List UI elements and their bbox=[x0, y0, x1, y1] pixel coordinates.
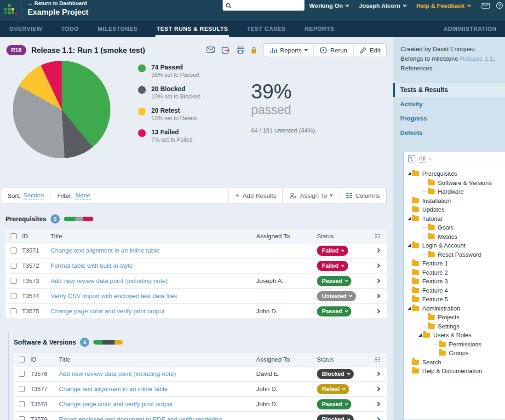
expanded-arrow-icon[interactable] bbox=[407, 307, 411, 310]
tab-milestones[interactable]: MILESTONES bbox=[97, 21, 138, 37]
tree-item-users-roles[interactable]: Users & Roles bbox=[406, 331, 505, 340]
reports-button[interactable]: Reports bbox=[264, 44, 313, 57]
expanded-arrow-icon[interactable] bbox=[407, 244, 411, 247]
tree-item-search[interactable]: Search bbox=[406, 357, 505, 367]
tree-item-reset-password[interactable]: Reset Password bbox=[406, 250, 505, 259]
working-on-dropdown[interactable]: Working On bbox=[309, 2, 349, 9]
user-menu-dropdown[interactable]: Joseph Alcorn bbox=[359, 2, 406, 9]
tree-item-software-versions[interactable]: Software & Versions bbox=[406, 178, 505, 187]
tree-item-feature-2[interactable]: Feature 2 bbox=[406, 268, 505, 277]
open-test-chevron[interactable] bbox=[375, 264, 380, 268]
select-all-checkbox[interactable] bbox=[11, 233, 17, 239]
tree-item-login-account[interactable]: Login & Account bbox=[406, 241, 505, 250]
open-test-chevron[interactable] bbox=[375, 387, 380, 391]
test-title-link[interactable]: Change page color and verify print outpu… bbox=[51, 308, 165, 315]
row-checkbox[interactable] bbox=[11, 308, 17, 314]
status-dropdown[interactable]: Passed bbox=[317, 306, 351, 316]
tab-test-cases[interactable]: TEST CASES bbox=[246, 21, 287, 37]
expanded-arrow-icon[interactable] bbox=[419, 334, 422, 337]
lock-icon[interactable] bbox=[251, 46, 257, 54]
open-test-chevron[interactable] bbox=[375, 279, 380, 283]
tree-item-feature-3[interactable]: Feature 3 bbox=[406, 277, 505, 286]
open-test-chevron[interactable] bbox=[375, 309, 380, 314]
rerun-button[interactable]: Rerun bbox=[313, 44, 353, 57]
expanded-arrow-icon[interactable] bbox=[407, 172, 411, 175]
export-icon[interactable] bbox=[222, 47, 230, 54]
expanded-arrow-icon[interactable] bbox=[407, 217, 411, 220]
test-title-link[interactable]: Format table with built-in style bbox=[51, 262, 133, 269]
testrail-logo-icon[interactable] bbox=[4, 4, 18, 17]
tree-item-feature-4[interactable]: Feature 4 bbox=[406, 286, 505, 295]
columns-config-icon[interactable] bbox=[368, 234, 387, 239]
search-box[interactable] bbox=[223, 0, 304, 11]
tab-reports[interactable]: REPORTS bbox=[304, 21, 335, 37]
tab-todo[interactable]: TODO bbox=[60, 21, 80, 37]
tree-item-administration[interactable]: Administration bbox=[406, 304, 505, 313]
edit-button[interactable]: Edit bbox=[353, 44, 386, 57]
help-feedback-dropdown[interactable]: Help & Feedback bbox=[416, 2, 471, 9]
tree-item-help-documentation[interactable]: Help & Documentation bbox=[406, 367, 505, 376]
open-test-chevron[interactable] bbox=[375, 294, 380, 299]
mail-icon[interactable] bbox=[482, 3, 490, 9]
tree-item-updates[interactable]: Updates bbox=[406, 205, 505, 214]
help-icon[interactable]: ? bbox=[496, 2, 503, 9]
sidebar-item-defects[interactable]: Defects bbox=[393, 126, 505, 140]
sort-value-link[interactable]: Section bbox=[23, 192, 44, 200]
test-title-link[interactable]: Add new review data point (including not… bbox=[51, 277, 167, 284]
status-dropdown[interactable]: Passed bbox=[317, 276, 351, 286]
status-dropdown[interactable]: Passed bbox=[317, 399, 351, 409]
row-checkbox[interactable] bbox=[11, 247, 17, 253]
test-title-link[interactable]: Add new review data point (including not… bbox=[59, 370, 176, 377]
select-all-checkbox[interactable] bbox=[19, 357, 25, 362]
open-test-chevron[interactable] bbox=[375, 372, 380, 376]
columns-button[interactable]: Columns bbox=[339, 188, 386, 203]
tree-item-settings[interactable]: Settings bbox=[406, 322, 505, 331]
test-title-link[interactable]: Verify CSV import with enclosed test dat… bbox=[51, 293, 177, 299]
open-test-chevron[interactable] bbox=[375, 402, 380, 407]
add-results-button[interactable]: + Add Results bbox=[228, 188, 282, 203]
print-icon[interactable] bbox=[236, 46, 245, 54]
sidebar-item-progress[interactable]: Progress bbox=[393, 111, 505, 126]
tree-item-prerequisites[interactable]: Prerequisites bbox=[406, 169, 505, 178]
status-dropdown[interactable]: Untested bbox=[317, 291, 356, 301]
columns-config-icon[interactable] bbox=[368, 357, 387, 362]
status-dropdown[interactable]: Failed bbox=[317, 246, 348, 256]
row-checkbox[interactable] bbox=[11, 278, 17, 284]
status-dropdown[interactable]: Failed bbox=[317, 261, 348, 271]
status-dropdown[interactable]: Retest bbox=[317, 384, 349, 394]
tree-item-hardware[interactable]: Hardware bbox=[406, 187, 505, 196]
row-checkbox[interactable] bbox=[11, 263, 17, 269]
row-checkbox[interactable] bbox=[19, 401, 25, 407]
tree-filter-dropdown[interactable]: All bbox=[419, 155, 425, 163]
tree-item-projects[interactable]: Projects bbox=[406, 313, 505, 322]
tree-item-feature-5[interactable]: Feature 5 bbox=[406, 295, 505, 304]
email-results-icon[interactable] bbox=[207, 46, 216, 54]
row-checkbox[interactable] bbox=[19, 386, 25, 392]
tree-item-tutorial[interactable]: Tutorial bbox=[406, 214, 505, 223]
tab-test-runs-results[interactable]: TEST RUNS & RESULTS bbox=[155, 21, 229, 37]
status-dropdown[interactable]: Blocked bbox=[317, 414, 354, 420]
test-title-link[interactable]: Export enclosed test document to PDF and… bbox=[59, 416, 222, 420]
sidebar-item-activity[interactable]: Activity bbox=[393, 97, 505, 111]
tree-item-permissions[interactable]: Permissions bbox=[406, 339, 505, 349]
filter-value-link[interactable]: None bbox=[75, 192, 90, 200]
tab-overview[interactable]: OVERVIEW bbox=[8, 21, 43, 37]
tree-item-installation[interactable]: Installation bbox=[406, 196, 505, 205]
test-title-link[interactable]: Change page color and verify print outpu… bbox=[59, 401, 173, 408]
tree-item-metrics[interactable]: Metrics bbox=[406, 232, 505, 241]
search-input[interactable] bbox=[234, 2, 302, 9]
row-checkbox[interactable] bbox=[19, 371, 25, 377]
status-dropdown[interactable]: Blocked bbox=[317, 369, 354, 379]
row-checkbox[interactable] bbox=[19, 416, 25, 420]
return-to-dashboard-link[interactable]: ← Return to Dashboard bbox=[28, 0, 87, 6]
open-test-chevron[interactable] bbox=[375, 248, 380, 253]
tree-item-goals[interactable]: Goals bbox=[406, 223, 505, 232]
open-test-chevron[interactable] bbox=[375, 417, 380, 420]
assign-to-button[interactable]: Assign To bbox=[282, 188, 339, 203]
test-title-link[interactable]: Change text alignment in an inline table bbox=[51, 247, 159, 254]
milestone-link[interactable]: Release 1.1 bbox=[460, 55, 493, 62]
tab-administration[interactable]: ADMINISTRATION bbox=[442, 21, 498, 37]
test-title-link[interactable]: Change text alignment in an inline table bbox=[59, 385, 167, 392]
tree-item-groups[interactable]: Groups bbox=[406, 349, 505, 358]
row-checkbox[interactable] bbox=[11, 293, 17, 299]
